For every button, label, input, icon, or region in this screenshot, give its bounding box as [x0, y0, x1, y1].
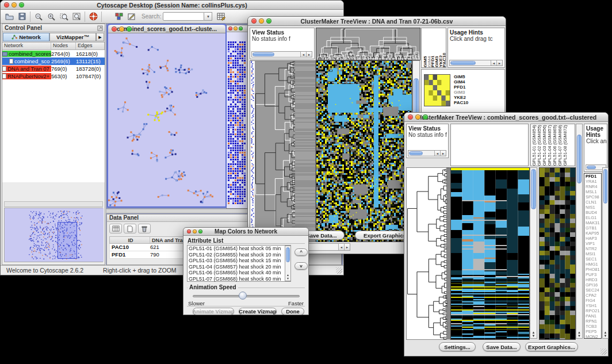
close-button[interactable]	[251, 18, 257, 24]
scroll-arrows[interactable]: ▲▼	[576, 331, 582, 338]
attribute-item[interactable]: GPL51-03 (GSM856) heat shock 15 min	[188, 258, 290, 264]
annotation-icon[interactable]	[125, 11, 138, 22]
new-attribute-icon[interactable]	[124, 224, 136, 233]
create-vizmap-button[interactable]: Create Vizmap	[239, 308, 277, 315]
minimize-button[interactable]	[12, 2, 17, 7]
scroll-left-icon[interactable]: ◄	[434, 151, 440, 156]
scroll-right-icon[interactable]: ►	[496, 60, 502, 66]
gene-label[interactable]: NTR2	[586, 246, 601, 251]
main-titlebar[interactable]: Cytoscape Desktop (Session Name: collins…	[1, 1, 343, 10]
zoom-heatmap-canvas[interactable]	[424, 74, 450, 106]
tab-overflow-arrow-icon[interactable]: ▶	[96, 33, 104, 41]
dense-network-canvas[interactable]	[227, 32, 247, 208]
window-resize-grip[interactable]	[600, 348, 607, 355]
tab-vizmapper[interactable]: VizMapper™	[49, 33, 96, 41]
scroll-arrows[interactable]: ▲▼	[603, 331, 608, 338]
help-lifering-icon[interactable]	[87, 11, 100, 22]
attribute-item[interactable]: GPL51-07 (GSM868) heat shock 60 min	[188, 276, 290, 282]
gene-label[interactable]: RNR4	[586, 184, 601, 189]
right-vscrollbar[interactable]: ▲▼	[576, 124, 583, 339]
scroll-left-icon[interactable]: ◄	[300, 52, 306, 57]
gene-label[interactable]: PHO81	[586, 267, 601, 272]
scroll-left-icon[interactable]: ◄	[338, 244, 344, 250]
network-row[interactable]: combined_sco2569(6)13112(15)	[2, 58, 105, 65]
minimize-button[interactable]	[259, 18, 264, 24]
gene-label[interactable]: YRA1	[586, 179, 601, 184]
view-status-hscrollbar[interactable]: ◄►	[251, 51, 312, 58]
heatmap-canvas[interactable]	[450, 167, 530, 340]
scroll-left-icon[interactable]: ◄	[491, 60, 496, 66]
row-dendrogram-canvas[interactable]	[250, 60, 316, 242]
vizmapper-icon[interactable]	[113, 11, 125, 22]
gene-list-vscrollbar[interactable]: ▲▼	[602, 167, 609, 339]
zoom-button[interactable]	[127, 26, 132, 32]
attribute-item[interactable]: GPL51-01 (GSM854) heat shock 05 min	[188, 246, 290, 252]
heatmap-vscrollbar[interactable]: ▲▼	[530, 167, 537, 339]
gene-label[interactable]: MAK31	[586, 220, 601, 225]
gene-label[interactable]: HAP3	[586, 236, 601, 241]
gene-label[interactable]: SEC1	[586, 256, 601, 262]
scroll-right-icon[interactable]: ►	[440, 151, 446, 156]
view-status-hscrollbar[interactable]: ◄►	[408, 150, 446, 156]
minimize-button[interactable]	[119, 26, 124, 32]
network-row[interactable]: DNA and Tran 07769(0)183728(0)	[2, 65, 105, 72]
zoom-selected-icon[interactable]	[58, 11, 70, 22]
scroll-arrows[interactable]: ▲▼	[530, 331, 537, 338]
move-up-button[interactable]: ^	[294, 248, 308, 256]
network-canvas[interactable]	[108, 33, 225, 206]
gene-label[interactable]: RPN1	[586, 319, 601, 324]
zoom-button[interactable]	[239, 26, 243, 30]
zoom-in-icon[interactable]	[45, 11, 58, 22]
heatmap-canvas[interactable]	[316, 60, 412, 242]
gene-label[interactable]: KAP95	[586, 231, 601, 236]
close-button[interactable]	[112, 26, 117, 32]
gene-label[interactable]: PEP5	[586, 329, 601, 334]
move-down-button[interactable]: v	[294, 262, 308, 270]
gene-label[interactable]: TCB3	[586, 324, 601, 329]
gene-label[interactable]: MSL1	[586, 189, 601, 194]
gene-label[interactable]: GPI16	[586, 282, 601, 288]
gene-label[interactable]: BUD4	[586, 210, 601, 215]
save-icon[interactable]	[16, 11, 28, 22]
gene-label[interactable]: MSI1	[586, 251, 601, 256]
float-panel-icon[interactable]	[97, 25, 103, 31]
column-dendrogram-area[interactable]	[450, 124, 529, 166]
search-dropdown-arrow-icon[interactable]: ▼	[204, 12, 212, 21]
zoom-out-icon[interactable]	[32, 11, 45, 22]
gene-label[interactable]: NIS1	[586, 205, 601, 210]
gene-label[interactable]: SPC98	[586, 194, 601, 200]
network-window-background[interactable]	[226, 25, 248, 209]
animate-vizmap-button[interactable]: Animate Vizmap	[193, 308, 234, 315]
gene-label[interactable]: MON2	[586, 334, 601, 339]
gene-label[interactable]: RPO21	[586, 308, 601, 313]
zoom-button[interactable]	[266, 18, 271, 24]
close-button[interactable]	[187, 229, 191, 233]
overview-divider[interactable]	[4, 201, 103, 207]
open-folder-icon[interactable]	[3, 11, 16, 22]
gene-label[interactable]: HRD3	[586, 277, 601, 282]
zoom-button[interactable]	[198, 229, 202, 233]
attribute-item[interactable]: GPL51-06 (GSM865) heat shock 40 min	[188, 270, 290, 276]
window-resize-grip[interactable]	[336, 267, 342, 274]
network-row[interactable]: RNAPuberNov2+563(0)107847(0)	[2, 72, 105, 80]
scroll-arrows[interactable]: ▲▼	[285, 273, 290, 280]
treeview2-titlebar[interactable]: ClusterMaker TreeView : combined_scores_…	[404, 113, 608, 122]
gene-label[interactable]: PFD1	[586, 174, 601, 179]
minimize-button[interactable]	[193, 229, 197, 233]
column-header-id[interactable]: ID	[110, 237, 150, 243]
attribute-list-vscrollbar[interactable]: ▲▼	[285, 246, 291, 281]
network-row[interactable]: combined_scores2764(0)16218(0)	[2, 50, 105, 58]
gene-label[interactable]: ELG1	[586, 215, 601, 220]
gene-label[interactable]: HMG1	[586, 262, 601, 267]
treeview1-titlebar[interactable]: ClusterMaker TreeView : DNA and Tran 07-…	[248, 17, 506, 26]
attribute-item[interactable]: GPL51-02 (GSM855) heat shock 10 min	[188, 252, 290, 258]
gene-label[interactable]: PUF3	[586, 272, 601, 277]
close-button[interactable]	[408, 114, 413, 120]
minimize-button[interactable]	[234, 26, 238, 30]
delete-attribute-trash-icon[interactable]	[138, 224, 151, 233]
close-button[interactable]	[4, 2, 9, 7]
gene-label[interactable]: VIP1	[586, 241, 601, 246]
slider-thumb[interactable]	[239, 292, 247, 300]
attribute-browser-icon[interactable]	[215, 11, 227, 22]
zoom-fit-icon[interactable]	[70, 11, 83, 22]
